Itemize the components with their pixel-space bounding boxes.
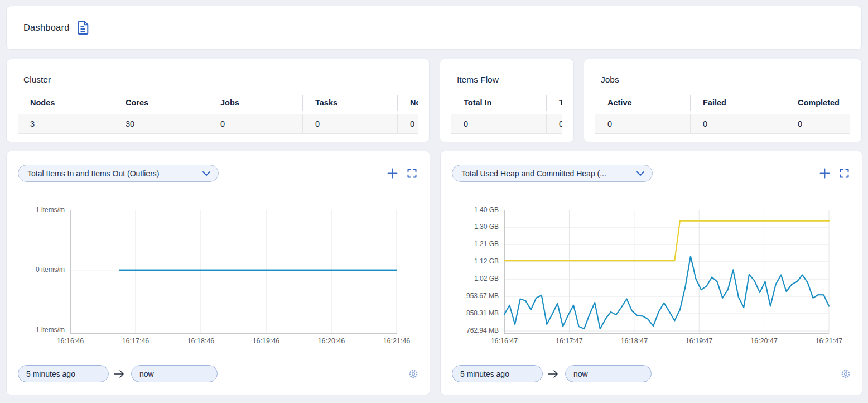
stat-value-completed: 0 — [785, 114, 850, 133]
x-tick-label: 16:18:47 — [620, 337, 648, 345]
x-tick-label: 16:18:46 — [187, 337, 215, 345]
fullscreen-icon — [407, 169, 417, 178]
column-header-cores: Cores — [113, 95, 208, 111]
items-flow-card: Items Flow Total In Total Out 0 0 — [440, 59, 574, 142]
x-tick-label: 16:17:47 — [556, 337, 583, 345]
x-tick-label: 16:20:46 — [318, 337, 345, 345]
chart-settings-button[interactable] — [841, 369, 851, 379]
x-tick-label: 16:21:46 — [383, 337, 411, 345]
cluster-card: Cluster Nodes Cores Jobs Tasks No 3 30 0… — [6, 59, 430, 142]
stat-value-jobs: 0 — [208, 114, 302, 133]
column-header-total-in: Total In — [451, 95, 546, 111]
y-tick-label: 762.94 MB — [466, 327, 499, 334]
chart-settings-button[interactable] — [408, 369, 418, 379]
column-header-failed: Failed — [690, 95, 785, 111]
x-tick-label: 16:19:46 — [253, 337, 280, 345]
heap-chart-panel: Total Used Heap and Committed Heap (... … — [440, 151, 862, 395]
arrow-right-icon — [547, 370, 560, 378]
column-header-clipped: No — [397, 95, 418, 111]
heap-chart: 1.40 GB1.30 GB1.21 GB1.12 GB1.02 GB953.6… — [452, 210, 829, 348]
page-title: Dashboard — [23, 22, 70, 33]
y-tick-label: 1.21 GB — [474, 240, 499, 248]
stat-value-total-in: 0 — [451, 114, 546, 133]
y-tick-label: 1 items/m — [36, 206, 65, 214]
metric-selector-dropdown[interactable]: Total Used Heap and Committed Heap (... — [452, 165, 653, 182]
y-axis-labels: 1.40 GB1.30 GB1.21 GB1.12 GB1.02 GB953.6… — [452, 210, 504, 334]
gear-icon — [841, 369, 851, 379]
chevron-down-icon — [636, 171, 645, 176]
plus-icon — [387, 168, 398, 179]
heap-plot — [504, 210, 829, 334]
y-tick-label: 1.30 GB — [474, 223, 499, 231]
stat-value-nodes: 3 — [18, 114, 113, 133]
x-axis-labels: 16:16:4616:17:4616:18:4616:19:4616:20:46… — [70, 337, 397, 348]
column-header-tasks: Tasks — [302, 95, 397, 111]
y-tick-label: 858.31 MB — [466, 309, 499, 317]
panel-footer — [452, 365, 851, 382]
items-flow-table-header: Total In Total Out — [451, 95, 562, 111]
x-tick-label: 16:19:47 — [686, 337, 713, 345]
x-axis-labels: 16:16:4716:17:4716:18:4716:19:4716:20:47… — [504, 337, 829, 348]
fullscreen-icon — [840, 169, 849, 178]
items-chart-panel: Total Items In and Items Out (Outliers) … — [6, 151, 430, 395]
panel-head-icons — [819, 168, 851, 179]
jobs-table: Active Failed Completed 0 0 0 — [595, 95, 850, 134]
x-tick-label: 16:21:47 — [816, 337, 843, 345]
time-from-input[interactable] — [452, 365, 543, 382]
panel-head-icons — [387, 168, 418, 179]
y-tick-label: 1.02 GB — [474, 275, 499, 282]
panel-head: Total Items In and Items Out (Outliers) — [18, 165, 418, 182]
cluster-table-row: 3 30 0 0 0 — [18, 114, 418, 134]
cluster-table-header: Nodes Cores Jobs Tasks No — [18, 95, 418, 111]
y-tick-label: 953.67 MB — [466, 292, 499, 300]
stat-value-cores: 30 — [113, 114, 208, 133]
add-chart-button[interactable] — [819, 168, 830, 179]
time-to-input[interactable] — [131, 365, 218, 382]
column-header-active: Active — [595, 95, 690, 111]
stat-value-tasks: 0 — [302, 114, 397, 133]
stat-value-clipped: 0 — [397, 114, 418, 133]
metric-selector-dropdown[interactable]: Total Items In and Items Out (Outliers) — [18, 165, 219, 182]
cluster-table: Nodes Cores Jobs Tasks No 3 30 0 0 0 — [18, 95, 418, 134]
gear-icon — [408, 369, 418, 379]
time-from-input[interactable] — [18, 365, 109, 382]
stat-value-failed: 0 — [690, 114, 785, 133]
fullscreen-button[interactable] — [840, 169, 849, 178]
items-plot — [70, 210, 397, 334]
y-tick-label: 1.12 GB — [474, 257, 499, 265]
metric-selector-label: Total Items In and Items Out (Outliers) — [27, 169, 160, 178]
x-tick-label: 16:16:46 — [57, 337, 84, 345]
stat-value-active: 0 — [595, 114, 690, 133]
fullscreen-button[interactable] — [407, 169, 417, 178]
plot-area: 16:16:4616:17:4616:18:4616:19:4616:20:46… — [70, 210, 397, 348]
header-card: Dashboard — [6, 6, 862, 50]
panel-head: Total Used Heap and Committed Heap (... — [452, 165, 851, 182]
jobs-card-title: Jobs — [601, 75, 850, 85]
arrow-right-icon — [113, 370, 126, 378]
items-flow-table-row: 0 0 — [451, 114, 562, 134]
column-header-jobs: Jobs — [208, 95, 302, 111]
time-to-input[interactable] — [565, 365, 652, 382]
chevron-down-icon — [202, 171, 211, 176]
cluster-card-title: Cluster — [23, 75, 418, 85]
document-icon[interactable] — [78, 21, 89, 35]
panel-footer — [18, 365, 418, 382]
stat-value-total-out: 0 — [546, 114, 562, 133]
x-tick-label: 16:20:47 — [750, 337, 778, 345]
jobs-card: Jobs Active Failed Completed 0 0 0 — [584, 59, 862, 142]
jobs-table-header: Active Failed Completed — [595, 95, 850, 111]
add-chart-button[interactable] — [387, 168, 398, 179]
column-header-total-out: Total Out — [546, 95, 562, 111]
metric-selector-label: Total Used Heap and Committed Heap (... — [461, 169, 606, 178]
items-flow-card-title: Items Flow — [457, 75, 562, 85]
plus-icon — [819, 168, 830, 179]
column-header-nodes: Nodes — [18, 95, 113, 111]
plot-area: 16:16:4716:17:4716:18:4716:19:4716:20:47… — [504, 210, 829, 348]
items-chart: 1 items/m0 items/m-1 items/m 16:16:4616:… — [18, 210, 397, 348]
x-tick-label: 16:16:47 — [491, 337, 518, 345]
y-tick-label: 1.40 GB — [474, 206, 499, 214]
x-tick-label: 16:17:46 — [122, 337, 150, 345]
y-tick-label: 0 items/m — [36, 266, 65, 274]
jobs-table-row: 0 0 0 — [595, 114, 850, 134]
y-axis-labels: 1 items/m0 items/m-1 items/m — [18, 210, 70, 334]
